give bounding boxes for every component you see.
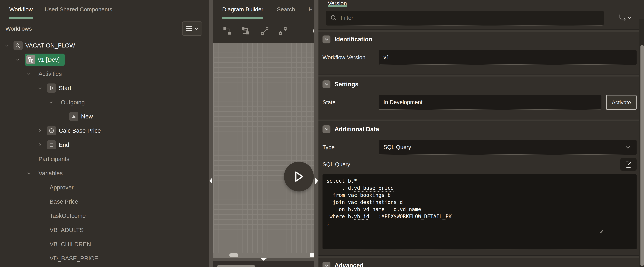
tab-workflow[interactable]: Workflow [9, 0, 33, 19]
right-splitter[interactable] [314, 0, 318, 267]
type-select[interactable] [379, 140, 636, 155]
tree-item-vd-base-price[interactable]: VD_BASE_PRICE [0, 251, 209, 265]
chevron-right-icon[interactable] [38, 128, 47, 133]
tree-item-end[interactable]: End [0, 138, 209, 152]
property-body: Identification Workflow Version Settings [318, 7, 644, 267]
tree-item-label: Activities [38, 71, 62, 77]
workflows-title: Workflows [6, 25, 32, 32]
canvas-hscrollbar[interactable] [213, 253, 314, 258]
tree-item-variables[interactable]: Variables [0, 166, 209, 180]
type-select-value[interactable] [379, 140, 636, 155]
tree-item-approver[interactable]: Approver [0, 180, 209, 194]
collapse-down-icon[interactable] [261, 258, 267, 261]
section-additional-data: Additional Data Type SQL Query [318, 122, 639, 255]
select-linked-objects-icon[interactable] [240, 26, 250, 36]
tree-item-label: End [59, 141, 69, 148]
selected-tree-node[interactable]: v1 [Dev] [25, 54, 65, 66]
diagram-icon [26, 55, 35, 64]
tree-item-label: Variables [38, 170, 63, 177]
straight-connector-icon[interactable] [260, 26, 270, 36]
tree-item-base-price[interactable]: Base Price [0, 194, 209, 209]
type-label: Type [322, 144, 379, 151]
tab-search[interactable]: Search [277, 0, 295, 19]
property-panel: Version [318, 0, 644, 267]
dock-item[interactable] [217, 265, 255, 267]
open-code-editor-button[interactable] [620, 158, 636, 171]
center-tabs: Diagram Builder Search H [213, 0, 314, 19]
chevron-down-icon [194, 27, 198, 30]
square-icon [47, 140, 56, 149]
tree-item-label: Base Price [50, 198, 78, 205]
state-label: State [322, 99, 379, 106]
section-divider [318, 74, 639, 77]
collapse-settings-button[interactable] [322, 80, 330, 88]
chevron-right-icon[interactable] [38, 142, 47, 147]
chevron-down-icon[interactable] [49, 100, 58, 105]
diagram-canvas[interactable] [213, 43, 314, 258]
left-panel: Workflow Used Shared Components Workflow… [0, 0, 209, 267]
chevron-down-icon[interactable] [26, 171, 36, 176]
select-objects-icon[interactable] [222, 26, 232, 36]
tree-item-label: VB_ADULTS [50, 227, 84, 233]
tree-item-calc-base-price[interactable]: Calc Base Price [0, 124, 209, 138]
section-title: Additional Data [334, 126, 379, 133]
tree-item-taskoutcome[interactable]: TaskOutcome [0, 209, 209, 223]
tab-diagram-builder[interactable]: Diagram Builder [222, 0, 264, 19]
collapse-additional-data-button[interactable] [322, 125, 330, 133]
workflow-version-label: Workflow Version [322, 54, 379, 61]
left-splitter[interactable] [209, 0, 213, 267]
tab-version[interactable]: Version [328, 0, 347, 7]
tree-item-label: Start [59, 85, 71, 91]
sql-query-editor[interactable]: select b.* , d.vd_base_price from vac_bo… [322, 174, 636, 249]
chevron-down-icon[interactable] [15, 57, 25, 62]
tree-item-label: Participants [38, 156, 70, 162]
tree-menu-button[interactable] [182, 22, 202, 36]
tree-item-vb-adults[interactable]: VB_ADULTS [0, 223, 209, 237]
check-circle-icon [47, 126, 56, 135]
play-icon [294, 171, 304, 182]
collapse-identification-button[interactable] [322, 36, 330, 44]
state-input[interactable] [379, 95, 602, 110]
start-node[interactable] [284, 162, 314, 191]
filter-row [318, 7, 639, 29]
chevron-down-icon[interactable] [38, 86, 47, 91]
tree-item-vb-children[interactable]: VB_CHILDREN [0, 237, 209, 251]
tree-item-v1-dev[interactable]: v1 [Dev] [0, 53, 209, 67]
hamburger-icon [186, 26, 192, 32]
workflow-version-input[interactable] [379, 50, 636, 65]
sql-query-label: SQL Query [322, 161, 379, 168]
tree-item-start[interactable]: Start [0, 81, 209, 95]
collapse-advanced-button[interactable] [322, 261, 330, 267]
tab-used-shared-components[interactable]: Used Shared Components [44, 0, 112, 19]
section-settings: Settings State Activate [318, 77, 639, 119]
right-panel-scrollbar[interactable] [639, 19, 644, 267]
workflows-header: Workflows [0, 19, 209, 38]
filter-input[interactable] [340, 15, 600, 21]
filter-box[interactable] [326, 11, 604, 26]
collapse-left-icon[interactable] [210, 177, 212, 184]
section-identification: Identification Workflow Version [318, 32, 639, 74]
canvas-hscroll-thumb[interactable] [229, 253, 238, 257]
go-to-menu-button[interactable] [616, 11, 635, 25]
tree-item-vacation-flow[interactable]: VACATION_FLOW [0, 38, 209, 53]
resize-handle-icon[interactable] [598, 215, 635, 247]
tree-item-participants[interactable]: Participants [0, 152, 209, 166]
chevron-down-icon[interactable] [26, 71, 36, 76]
person-wrench-icon [14, 41, 23, 50]
section-title: Settings [334, 81, 358, 88]
tree-item-outgoing[interactable]: Outgoing [0, 95, 209, 109]
section-advanced: Advanced [318, 258, 639, 267]
tab-history-clipped[interactable]: H [309, 0, 313, 19]
elbow-connector-icon[interactable] [278, 26, 288, 36]
zoom-in-icon[interactable] [312, 26, 314, 36]
diagram-panel: Diagram Builder Search H [213, 0, 314, 267]
tree-item-activities[interactable]: Activities [0, 67, 209, 81]
chevron-down-icon[interactable] [4, 43, 14, 48]
search-icon [330, 14, 337, 22]
bottom-dock-collapse-bar[interactable] [213, 258, 314, 261]
open-in-editor-icon [624, 161, 632, 168]
collapse-right-icon[interactable] [315, 177, 318, 184]
tree-item-new[interactable]: New [0, 109, 209, 124]
right-panel-scroll-thumb[interactable] [640, 45, 644, 266]
activate-button[interactable]: Activate [606, 95, 636, 110]
